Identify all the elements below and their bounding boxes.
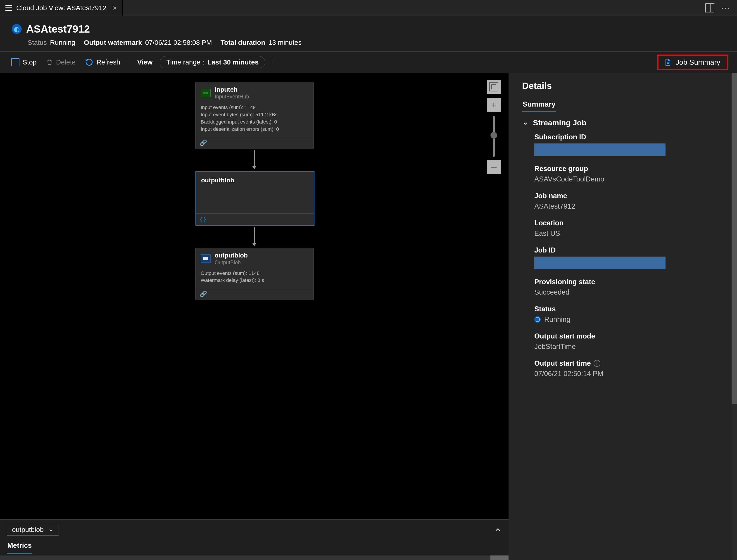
- editor-tab[interactable]: Cloud Job View: ASAtest7912 ×: [0, 0, 123, 16]
- zoom-slider[interactable]: [493, 116, 495, 157]
- menu-icon: [5, 5, 12, 11]
- timerange-value: Last 30 minutes: [208, 58, 259, 66]
- field-status: Status Running: [534, 305, 727, 324]
- section-title: Streaming Job: [533, 118, 586, 127]
- metrics-tabs: Metrics: [0, 538, 508, 554]
- delete-label: Delete: [56, 58, 76, 66]
- watermark-label: Output watermark: [84, 39, 142, 46]
- edge: [196, 226, 313, 248]
- metric-line: Output events (sum): 1148: [201, 270, 308, 277]
- vertical-scrollbar[interactable]: [732, 73, 737, 560]
- toolbar-separator: [272, 57, 272, 67]
- field-subscription-id: Subscription ID: [534, 133, 727, 156]
- close-icon[interactable]: ×: [110, 4, 117, 12]
- field-label: Resource group: [534, 165, 727, 173]
- view-label: View: [137, 58, 153, 66]
- zoom-fit-button[interactable]: [487, 80, 501, 94]
- details-heading: Details: [522, 81, 727, 91]
- page-header: ◐ ASAtest7912 Status Running Output wate…: [0, 16, 737, 51]
- metric-line: Input events (sum): 1149: [201, 104, 308, 111]
- fit-icon: [489, 82, 498, 91]
- section-body: Subscription ID Resource group ASAVsCode…: [522, 133, 727, 378]
- field-label: Job ID: [534, 246, 727, 254]
- output-node-metrics: Output events (sum): 1148 Watermark dela…: [196, 267, 313, 288]
- split-editor-icon[interactable]: [705, 3, 714, 12]
- metric-line: Watermark delay (latest): 0 s: [201, 277, 308, 284]
- info-icon[interactable]: i: [594, 360, 600, 367]
- diagram-canvas[interactable]: + − inputeh InputEventHub: [0, 73, 508, 519]
- details-panel: Details Summary Streaming Job Subscripti…: [508, 73, 737, 560]
- field-value: Succeeded: [534, 288, 727, 296]
- query-node-title: outputblob: [201, 177, 234, 184]
- input-node[interactable]: inputeh InputEventHub Input events (sum)…: [196, 82, 314, 149]
- eventhub-icon: [201, 89, 211, 97]
- timerange-label: Time range :: [166, 58, 204, 66]
- blob-icon: [201, 254, 211, 263]
- field-label: Output start mode: [534, 332, 727, 340]
- input-node-metrics: Input events (sum): 1149 Input event byt…: [196, 101, 313, 137]
- input-node-title: inputeh: [215, 86, 249, 93]
- metric-line: Backlogged input events (latest): 0: [201, 118, 308, 126]
- duration-value: 13 minutes: [269, 39, 302, 46]
- redacted-value: [534, 257, 665, 269]
- horizontal-scrollbar[interactable]: [0, 555, 508, 560]
- field-label: Status: [534, 305, 727, 313]
- job-summary-label: Job Summary: [676, 58, 720, 67]
- field-value: JobStartTime: [534, 343, 727, 351]
- metrics-select-value: outputblob: [12, 526, 44, 534]
- section-streaming-job[interactable]: Streaming Job: [522, 118, 727, 127]
- refresh-icon: [85, 58, 93, 66]
- stop-label: Stop: [23, 58, 37, 66]
- stop-icon: [11, 58, 19, 66]
- field-output-start-mode: Output start mode JobStartTime: [534, 332, 727, 351]
- scrollbar-thumb[interactable]: [490, 555, 508, 560]
- redacted-value: [534, 143, 665, 156]
- zoom-handle[interactable]: [490, 132, 497, 139]
- running-icon: [534, 316, 541, 323]
- job-graph: inputeh InputEventHub Input events (sum)…: [196, 82, 313, 300]
- field-label: Output start time i: [534, 359, 727, 367]
- tabbar-actions: ···: [699, 0, 737, 16]
- zoom-controls: + −: [487, 80, 501, 174]
- stop-button[interactable]: Stop: [9, 57, 39, 68]
- edge: [196, 149, 313, 171]
- tab-title: Cloud Job View: ASAtest7912: [16, 4, 106, 12]
- chevron-down-icon: [48, 527, 54, 532]
- page-title: ASAtest7912: [26, 23, 90, 35]
- output-node-subtitle: OutputBlob: [215, 260, 248, 266]
- refresh-button[interactable]: Refresh: [83, 57, 122, 68]
- field-value: ASAVsCodeToolDemo: [534, 175, 727, 183]
- scrollbar-thumb[interactable]: [732, 73, 737, 404]
- trash-icon: [46, 59, 53, 66]
- status-value: Running: [50, 39, 75, 46]
- field-value: 07/06/21 02:50:14 PM: [534, 370, 727, 378]
- metric-line: Input event bytes (sum): 511.2 kBs: [201, 111, 308, 118]
- field-value: ASAtest7912: [534, 202, 727, 210]
- field-provisioning-state: Provisioning state Succeeded: [534, 278, 727, 296]
- delete-button[interactable]: Delete: [44, 57, 78, 67]
- metrics-select[interactable]: outputblob: [7, 524, 59, 536]
- duration-label: Total duration: [221, 39, 265, 46]
- zoom-out-button[interactable]: −: [487, 160, 501, 174]
- field-label: Location: [534, 219, 727, 227]
- collapse-metrics-icon[interactable]: [494, 526, 502, 534]
- job-summary-button[interactable]: Job Summary: [657, 55, 728, 70]
- tab-summary[interactable]: Summary: [522, 99, 556, 112]
- left-pane: + − inputeh InputEventHub: [0, 73, 508, 560]
- toolbar: Stop Delete Refresh View Time range : La…: [0, 51, 737, 73]
- output-node[interactable]: outputblob OutputBlob Output events (sum…: [196, 248, 314, 300]
- field-job-id: Job ID: [534, 246, 727, 269]
- zoom-in-button[interactable]: +: [487, 98, 501, 112]
- input-node-subtitle: InputEventHub: [215, 94, 249, 100]
- query-node[interactable]: outputblob { }: [196, 171, 315, 226]
- refresh-label: Refresh: [96, 58, 120, 66]
- node-footer-icon: 🔗: [196, 288, 313, 300]
- field-value: Running: [544, 315, 570, 324]
- query-node-foot: { }: [196, 213, 314, 225]
- field-label: Job name: [534, 192, 727, 200]
- more-icon[interactable]: ···: [721, 3, 731, 13]
- output-node-title: outputblob: [215, 252, 248, 259]
- timerange-pill[interactable]: Time range : Last 30 minutes: [160, 56, 265, 68]
- stream-analytics-icon: ◐: [12, 24, 22, 34]
- tab-metrics[interactable]: Metrics: [7, 539, 32, 554]
